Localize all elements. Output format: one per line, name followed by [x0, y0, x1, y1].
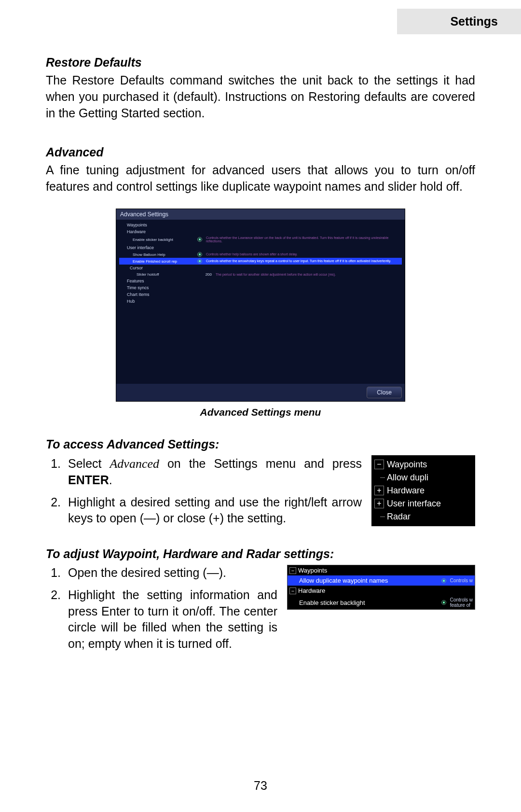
para-restore-defaults: The Restore Defaults command switches th… — [46, 72, 475, 121]
tree-hardware: Hardware — [121, 229, 193, 234]
desc-enable-finished: Controls whether the arrow/rotary keys r… — [206, 259, 400, 263]
tree-time-sync: Time syncs — [121, 285, 193, 290]
heading-advanced: Advanced — [46, 145, 475, 159]
heading-restore-defaults: Restore Defaults — [46, 56, 475, 70]
radio-icon — [441, 600, 446, 605]
desc-show-balloon: Controls whether help balloons are shown… — [206, 252, 400, 256]
step-access-1: Select Advanced on the Settings menu and… — [64, 455, 362, 489]
plus-icon: + — [374, 486, 384, 495]
tree-features: Features — [121, 279, 193, 283]
heading-access-advanced: To access Advanced Settings: — [46, 437, 475, 451]
item-show-balloon: Show Balloon Help — [121, 252, 193, 257]
item-enable-backlight: Enable sticker backlight — [121, 238, 193, 242]
page-header-tab: Settings — [397, 9, 521, 34]
figure-advanced-settings: Advanced Settings Waypoints Hardware Ena… — [116, 209, 405, 418]
item-enable-finished: Enable Finished scroll rep — [121, 259, 193, 264]
para-advanced: A fine tuning adjustment for advanced us… — [46, 162, 475, 195]
desc-enable-backlight: Controls whether the Lowrance sticker on… — [206, 236, 400, 243]
close-button[interactable]: Close — [367, 387, 402, 398]
dialog-title: Advanced Settings — [116, 209, 405, 220]
figure-settings-snippet: −Waypoints Allow duplicate waypoint name… — [287, 565, 475, 610]
radio-icon — [197, 259, 202, 264]
figure-tree-snippet: −Waypoints Allow dupli +Hardware +User i… — [371, 455, 475, 526]
tree-cursor: Cursor — [121, 266, 193, 270]
item-slider-holdoff: Slider holdoff — [121, 272, 193, 277]
tree-hub: Hub — [121, 299, 193, 304]
minus-icon: − — [289, 567, 296, 574]
desc-slider-holdoff: The period to wait for another slider ad… — [216, 273, 400, 277]
radio-icon — [197, 252, 202, 257]
minus-icon: − — [289, 588, 296, 594]
minus-icon: − — [374, 460, 384, 469]
tree-waypoints: Waypoints — [121, 223, 193, 227]
figure-caption: Advanced Settings menu — [116, 406, 405, 418]
tree-ui: User interface — [121, 245, 193, 250]
step-access-2: Highlight a desired setting and use the … — [64, 494, 362, 527]
value-slider-holdoff: 200 — [197, 272, 212, 277]
plus-icon: + — [374, 499, 384, 508]
step-adjust-1: Open the desired setting (—). — [64, 565, 277, 581]
step-adjust-2: Highlight the setting information and pr… — [64, 587, 277, 652]
page-number: 73 — [0, 779, 521, 793]
heading-adjust-settings: To adjust Waypoint, Hardware and Radar s… — [46, 547, 475, 561]
radio-icon — [441, 578, 446, 583]
tree-chart-items: Chart Items — [121, 292, 193, 297]
radio-icon — [197, 237, 202, 242]
